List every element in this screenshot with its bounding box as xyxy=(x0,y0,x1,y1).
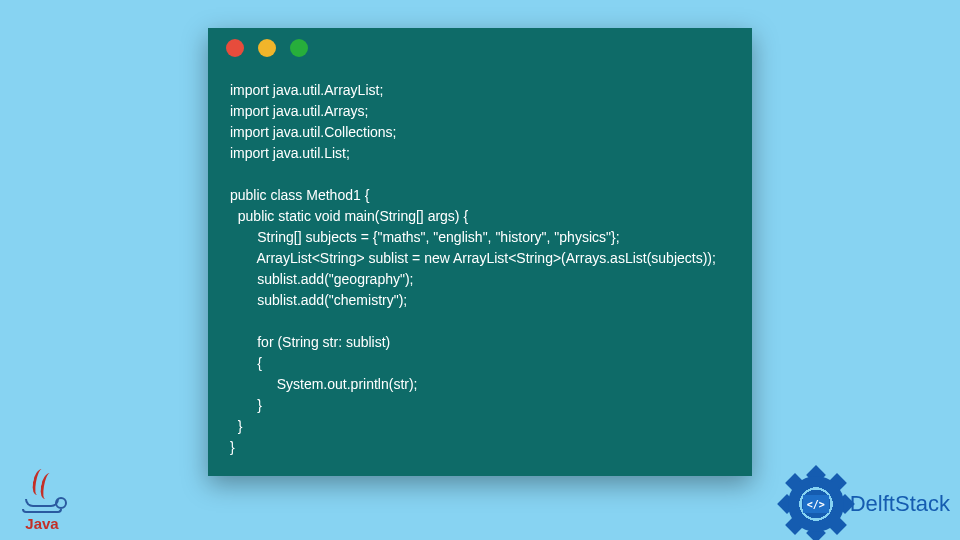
java-logo: Java xyxy=(12,456,72,532)
minimize-icon[interactable] xyxy=(258,39,276,57)
window-titlebar xyxy=(208,28,752,68)
java-saucer-icon xyxy=(22,509,62,513)
java-cup-icon xyxy=(25,499,59,507)
java-steam-icon xyxy=(27,469,57,499)
delftstack-label: DelftStack xyxy=(850,491,950,517)
delftstack-badge-icon: </> xyxy=(788,476,844,532)
close-icon[interactable] xyxy=(226,39,244,57)
delftstack-badge-text: </> xyxy=(803,495,829,513)
delftstack-logo: </> DelftStack xyxy=(788,476,950,532)
code-window: import java.util.ArrayList; import java.… xyxy=(208,28,752,476)
java-logo-text: Java xyxy=(25,515,58,532)
maximize-icon[interactable] xyxy=(290,39,308,57)
code-content: import java.util.ArrayList; import java.… xyxy=(208,68,752,458)
